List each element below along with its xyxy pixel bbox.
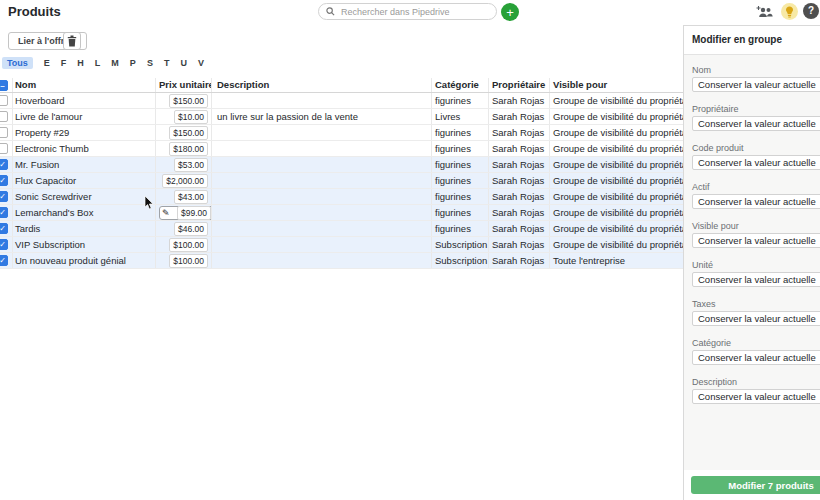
product-price-cell[interactable]: $150.00 xyxy=(155,93,211,108)
alphabet-filter-letter[interactable]: V xyxy=(198,58,204,68)
row-checkbox[interactable] xyxy=(0,95,8,106)
row-checkbox[interactable]: ✓ xyxy=(0,175,8,186)
inline-edit-box[interactable]: ✎$99.00 xyxy=(159,206,211,220)
product-price-cell[interactable]: $43.00 xyxy=(155,189,211,204)
bulk-edit-submit-button[interactable]: Modifier 7 produits xyxy=(691,476,820,494)
product-owner-cell: Sarah Rojas xyxy=(488,237,549,252)
bulk-edit-field-label: Code produit xyxy=(692,143,820,153)
table-row: Electronic Thumb$180.00figurinesSarah Ro… xyxy=(0,141,683,157)
product-name-cell[interactable]: Lemarchand's Box xyxy=(12,205,155,220)
alphabet-filter-letter[interactable]: H xyxy=(77,58,84,68)
bulk-edit-field-select[interactable]: Conserver la valeur actuelle xyxy=(692,389,820,404)
column-header-owner[interactable]: Propriétaire xyxy=(488,78,549,92)
row-checkbox[interactable] xyxy=(0,127,8,138)
table-row: ✓Lemarchand's Box✎$99.00figurinesSarah R… xyxy=(0,205,683,221)
price-value[interactable]: $180.00 xyxy=(169,142,208,156)
row-checkbox[interactable]: ✓ xyxy=(0,239,8,250)
product-price-cell[interactable]: ✎$99.00 xyxy=(155,205,211,220)
price-value[interactable]: $100.00 xyxy=(169,238,208,252)
product-name-cell[interactable]: VIP Subscription xyxy=(12,237,155,252)
product-name-cell[interactable]: Property #29 xyxy=(12,125,155,140)
column-header-name[interactable]: Nom xyxy=(12,78,155,92)
product-description-cell xyxy=(211,253,431,268)
alphabet-filter-letter[interactable]: F xyxy=(61,58,67,68)
help-icon[interactable]: ? xyxy=(803,3,819,19)
product-price-cell[interactable]: $10.00 xyxy=(155,109,211,124)
price-value[interactable]: $2,000.00 xyxy=(162,174,208,188)
product-name-cell[interactable]: Flux Capacitor xyxy=(12,173,155,188)
row-checkbox[interactable]: ✓ xyxy=(0,159,8,170)
price-value[interactable]: $150.00 xyxy=(169,94,208,108)
product-visibility-cell: Toute l'entreprise xyxy=(549,253,683,268)
product-price-cell[interactable]: $180.00 xyxy=(155,141,211,156)
search-icon xyxy=(326,7,335,16)
product-name-cell[interactable]: Sonic Screwdriver xyxy=(12,189,155,204)
price-value[interactable]: $53.00 xyxy=(174,158,208,172)
alphabet-filter-letter[interactable]: U xyxy=(180,58,187,68)
bulk-edit-field-select[interactable]: Conserver la valeur actuelle xyxy=(692,350,820,365)
bulk-edit-field-label: Description xyxy=(692,377,820,387)
column-header-visible[interactable]: Visible pour xyxy=(549,78,683,92)
row-checkbox-cell xyxy=(0,125,12,140)
price-value[interactable]: $150.00 xyxy=(169,126,208,140)
product-price-cell[interactable]: $100.00 xyxy=(155,237,211,252)
table-row: ✓Flux Capacitor$2,000.00figurinesSarah R… xyxy=(0,173,683,189)
product-name-cell[interactable]: Tardis xyxy=(12,221,155,236)
search-input[interactable] xyxy=(339,6,483,18)
bulk-edit-footer: Modifier 7 produits xyxy=(684,470,820,500)
select-all-checkbox[interactable]: – xyxy=(0,80,8,91)
add-users-icon[interactable] xyxy=(756,5,774,19)
row-checkbox[interactable] xyxy=(0,111,8,122)
row-checkbox[interactable]: ✓ xyxy=(0,207,8,218)
product-price-cell[interactable]: $46.00 xyxy=(155,221,211,236)
alphabet-filter-letter[interactable]: M xyxy=(111,58,119,68)
product-price-cell[interactable]: $100.00 xyxy=(155,253,211,268)
bulk-edit-field-select[interactable]: Conserver la valeur actuelle xyxy=(692,116,820,131)
bulk-edit-field-select[interactable]: Conserver la valeur actuelle xyxy=(692,77,820,92)
product-price-cell[interactable]: $2,000.00 xyxy=(155,173,211,188)
alphabet-filter-letter[interactable]: S xyxy=(147,58,153,68)
bulk-edit-field: DescriptionConserver la valeur actuelle xyxy=(692,377,820,404)
top-bar: Produits + ? xyxy=(0,0,820,26)
product-price-cell[interactable]: $150.00 xyxy=(155,125,211,140)
product-name-cell[interactable]: Electronic Thumb xyxy=(12,141,155,156)
lightbulb-icon[interactable] xyxy=(781,3,798,20)
bulk-edit-field: NomConserver la valeur actuelle xyxy=(692,65,820,92)
product-price-cell[interactable]: $53.00 xyxy=(155,157,211,172)
product-name-cell[interactable]: Un nouveau produit génial xyxy=(12,253,155,268)
bulk-edit-field-select[interactable]: Conserver la valeur actuelle xyxy=(692,155,820,170)
delete-button[interactable] xyxy=(63,32,81,50)
price-value[interactable]: $43.00 xyxy=(174,190,208,204)
product-name-cell[interactable]: Livre de l'amour xyxy=(12,109,155,124)
edit-pencil-icon[interactable]: ✎ xyxy=(162,208,170,218)
column-header-desc[interactable]: Description xyxy=(211,78,431,92)
price-value[interactable]: $46.00 xyxy=(174,222,208,236)
product-description-cell xyxy=(211,205,431,220)
global-search[interactable] xyxy=(318,3,497,20)
price-value[interactable]: $10.00 xyxy=(174,110,208,124)
alphabet-filter-letter[interactable]: P xyxy=(130,58,136,68)
product-name-cell[interactable]: Mr. Fusion xyxy=(12,157,155,172)
bulk-edit-field-select[interactable]: Conserver la valeur actuelle xyxy=(692,194,820,209)
bulk-edit-field-select[interactable]: Conserver la valeur actuelle xyxy=(692,272,820,287)
alphabet-filter-letter[interactable]: L xyxy=(95,58,101,68)
column-header-price[interactable]: Prix unitaire xyxy=(155,78,211,92)
bulk-edit-field-select[interactable]: Conserver la valeur actuelle xyxy=(692,233,820,248)
row-checkbox-cell: ✓ xyxy=(0,157,12,172)
price-value[interactable]: $100.00 xyxy=(169,254,208,268)
bulk-edit-field-select[interactable]: Conserver la valeur actuelle xyxy=(692,311,820,326)
product-category-cell: figurines xyxy=(431,189,488,204)
row-checkbox[interactable]: ✓ xyxy=(0,191,8,202)
product-owner-cell: Sarah Rojas xyxy=(488,253,549,268)
product-category-cell: figurines xyxy=(431,173,488,188)
alphabet-filter-letter[interactable]: T xyxy=(164,58,170,68)
quick-add-button[interactable]: + xyxy=(501,3,519,21)
product-name-cell[interactable]: Hoverboard xyxy=(12,93,155,108)
page-title: Produits xyxy=(8,4,61,19)
row-checkbox[interactable] xyxy=(0,143,8,154)
row-checkbox[interactable]: ✓ xyxy=(0,223,8,234)
alphabet-filter-all[interactable]: Tous xyxy=(2,57,33,69)
alphabet-filter-letter[interactable]: E xyxy=(44,58,50,68)
row-checkbox[interactable]: ✓ xyxy=(0,255,8,266)
column-header-cat[interactable]: Catégorie xyxy=(431,78,488,92)
